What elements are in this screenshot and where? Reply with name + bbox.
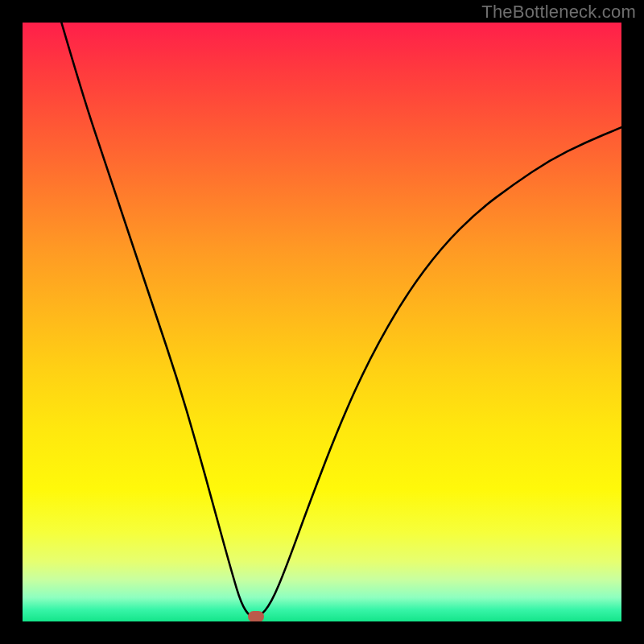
plot-area: [23, 23, 621, 621]
bottleneck-curve: [61, 23, 621, 617]
optimum-marker: [248, 611, 264, 621]
curve-svg: [23, 23, 621, 621]
watermark-text: TheBottleneck.com: [481, 2, 636, 23]
chart-frame: TheBottleneck.com: [0, 0, 644, 644]
